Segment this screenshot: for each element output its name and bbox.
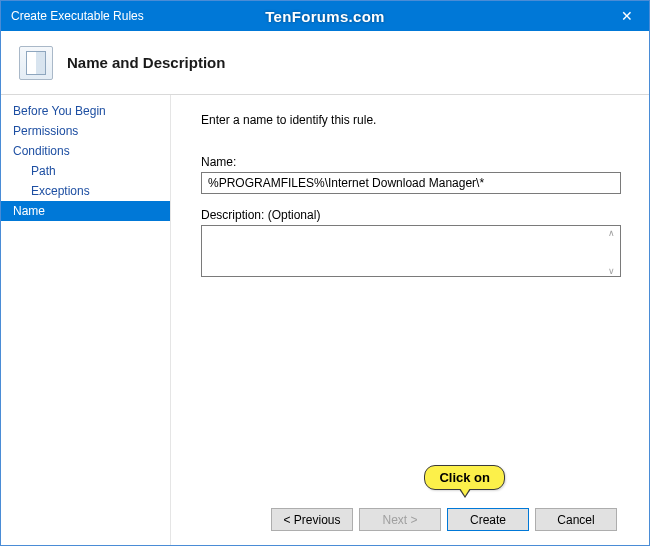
watermark-text: TenForums.com [265, 8, 384, 25]
wizard-window: Create Executable Rules TenForums.com ✕ … [0, 0, 650, 546]
close-button[interactable]: ✕ [604, 1, 649, 31]
cancel-button[interactable]: Cancel [535, 508, 617, 531]
wizard-buttons: Click on < Previous Next > Create Cancel [201, 498, 621, 545]
step-permissions[interactable]: Permissions [1, 121, 170, 141]
instruction-text: Enter a name to identify this rule. [201, 113, 621, 127]
annotation-callout: Click on [424, 465, 505, 490]
window-title: Create Executable Rules [11, 9, 144, 23]
page-title: Name and Description [67, 54, 225, 71]
scroll-up-icon[interactable]: ∧ [602, 229, 620, 238]
name-label: Name: [201, 155, 621, 169]
close-icon: ✕ [621, 8, 633, 24]
wizard-body: Before You Begin Permissions Conditions … [1, 95, 649, 545]
page-icon [19, 46, 53, 80]
name-input[interactable] [201, 172, 621, 194]
create-button[interactable]: Create [447, 508, 529, 531]
step-name[interactable]: Name [1, 201, 170, 221]
step-path[interactable]: Path [1, 161, 170, 181]
step-exceptions[interactable]: Exceptions [1, 181, 170, 201]
titlebar: Create Executable Rules TenForums.com ✕ [1, 1, 649, 31]
previous-button[interactable]: < Previous [271, 508, 353, 531]
step-conditions[interactable]: Conditions [1, 141, 170, 161]
wizard-steps-sidebar: Before You Begin Permissions Conditions … [1, 95, 171, 545]
step-before-you-begin[interactable]: Before You Begin [1, 101, 170, 121]
description-input[interactable] [201, 225, 621, 277]
description-wrap: ∧ ∨ [201, 225, 621, 280]
next-button: Next > [359, 508, 441, 531]
textarea-scroll-arrows: ∧ ∨ [602, 226, 620, 279]
description-label: Description: (Optional) [201, 208, 621, 222]
wizard-content: Enter a name to identify this rule. Name… [171, 95, 649, 545]
scroll-down-icon[interactable]: ∨ [602, 267, 620, 276]
wizard-header: Name and Description [1, 31, 649, 95]
